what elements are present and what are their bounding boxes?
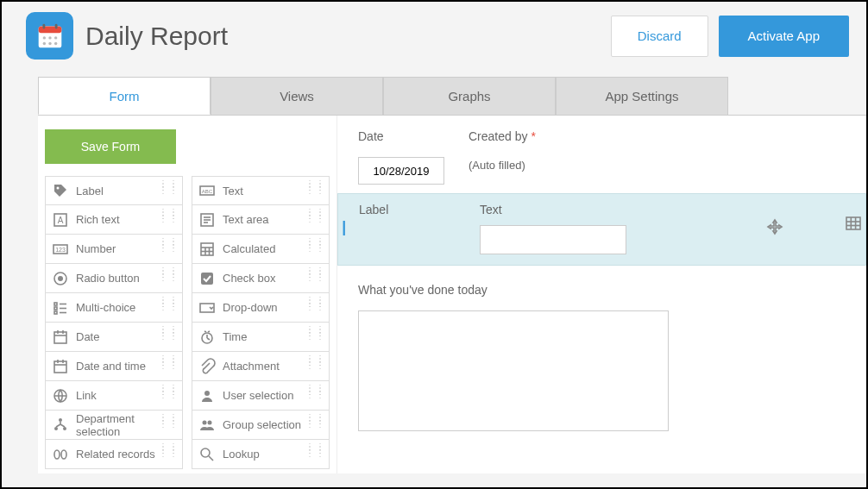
grip-icon: ⋮⋮⋮⋮⋮⋮	[305, 445, 326, 455]
link-icon	[51, 386, 70, 405]
field-multi-choice[interactable]: Multi-choice⋮⋮⋮⋮⋮⋮	[45, 293, 183, 323]
label-field-label: Label	[359, 203, 456, 216]
field-calculated[interactable]: Calculated⋮⋮⋮⋮⋮⋮	[192, 235, 330, 264]
field-label: Radio button	[76, 272, 140, 285]
date-icon	[51, 328, 70, 347]
grip-icon: ⋮⋮⋮⋮⋮⋮	[159, 328, 179, 338]
field-label: Related records	[76, 448, 155, 461]
field-label: Check box	[223, 272, 275, 285]
text-area-icon	[198, 210, 217, 229]
grip-icon: ⋮⋮⋮⋮⋮⋮	[159, 298, 179, 309]
auto-filled-text: (Auto filled)	[469, 159, 525, 172]
multi-choice-icon	[51, 298, 70, 317]
svg-point-53	[208, 420, 212, 424]
grip-icon: ⋮⋮⋮⋮⋮⋮	[159, 240, 179, 250]
field-label: Number	[76, 242, 116, 255]
grip-icon: ⋮⋮⋮⋮⋮⋮	[305, 357, 326, 367]
field-date-and-time[interactable]: Date and time⋮⋮⋮⋮⋮⋮	[45, 352, 183, 381]
rich-text-icon: A	[51, 210, 70, 229]
svg-rect-23	[54, 332, 66, 343]
user-selection-icon	[198, 386, 217, 405]
svg-rect-3	[54, 23, 57, 28]
field-time[interactable]: Time⋮⋮⋮⋮⋮⋮	[192, 323, 330, 352]
svg-point-51	[204, 391, 210, 396]
field-rich-text[interactable]: ARich text⋮⋮⋮⋮⋮⋮	[45, 205, 183, 235]
save-form-button[interactable]: Save Form	[45, 129, 176, 164]
field-radio-button[interactable]: Radio button⋮⋮⋮⋮⋮⋮	[45, 264, 183, 293]
svg-point-33	[54, 427, 58, 430]
svg-point-4	[42, 36, 45, 39]
field-number[interactable]: 123Number⋮⋮⋮⋮⋮⋮	[45, 235, 183, 264]
svg-point-6	[53, 36, 56, 39]
tab-form[interactable]: Form	[38, 77, 211, 115]
table-icon[interactable]	[845, 215, 862, 235]
field-label: Link	[76, 389, 97, 402]
grip-icon: ⋮⋮⋮⋮⋮⋮	[305, 328, 326, 338]
svg-point-10	[57, 187, 60, 190]
field-label: Date	[76, 330, 99, 343]
field-label: Time	[223, 330, 247, 343]
svg-rect-2	[42, 23, 45, 28]
field-drop-down[interactable]: Drop-down⋮⋮⋮⋮⋮⋮	[192, 293, 330, 323]
svg-point-5	[48, 36, 51, 39]
svg-rect-18	[54, 307, 57, 310]
svg-rect-56	[846, 217, 860, 229]
svg-text:123: 123	[55, 247, 66, 253]
svg-point-8	[48, 41, 51, 44]
grip-icon: ⋮⋮⋮⋮⋮⋮	[305, 182, 326, 192]
field-label: Group selection	[223, 418, 301, 431]
field-related-records[interactable]: Related records⋮⋮⋮⋮⋮⋮	[45, 440, 183, 469]
done-today-label: What you've done today	[358, 283, 866, 297]
done-today-textarea[interactable]	[358, 310, 669, 431]
field-label: Drop-down	[223, 301, 278, 314]
tab-app-settings[interactable]: App Settings	[556, 77, 728, 115]
calculated-icon	[198, 240, 217, 259]
field-date[interactable]: Date⋮⋮⋮⋮⋮⋮	[45, 323, 183, 352]
field-label: Calculated	[223, 242, 275, 255]
time-icon	[198, 328, 217, 347]
form-canvas[interactable]: Date Created by * (Auto filled) || Label…	[337, 116, 866, 473]
grip-icon: ⋮⋮⋮⋮⋮⋮	[305, 386, 326, 397]
discard-button[interactable]: Discard	[611, 16, 708, 57]
svg-point-9	[53, 41, 56, 44]
lookup-icon	[198, 445, 217, 464]
text-icon: ABC	[198, 181, 217, 200]
check-box-icon	[198, 269, 217, 288]
field-label: Rich text	[76, 213, 120, 226]
grip-icon: ⋮⋮⋮⋮⋮⋮	[305, 416, 326, 426]
grip-icon: ⋮⋮⋮⋮⋮⋮	[159, 416, 179, 426]
created-by-label: Created by *	[469, 129, 536, 143]
field-label: Date and time	[76, 360, 146, 373]
tab-graphs[interactable]: Graphs	[383, 77, 556, 115]
move-icon[interactable]	[766, 218, 783, 239]
svg-point-52	[203, 420, 207, 424]
drag-handle-icon[interactable]: ||	[342, 218, 343, 236]
svg-rect-43	[201, 243, 213, 255]
field-text[interactable]: ABCText⋮⋮⋮⋮⋮⋮	[192, 176, 330, 205]
field-department-selection[interactable]: Department selection⋮⋮⋮⋮⋮⋮	[45, 411, 183, 440]
activate-app-button[interactable]: Activate App	[719, 16, 849, 57]
svg-line-55	[209, 456, 213, 461]
text-input[interactable]	[480, 225, 626, 254]
svg-point-34	[63, 427, 66, 430]
field-group-selection[interactable]: Group selection⋮⋮⋮⋮⋮⋮	[192, 411, 330, 440]
field-label: Attachment	[223, 360, 280, 373]
field-label[interactable]: Label⋮⋮⋮⋮⋮⋮	[45, 176, 183, 205]
svg-point-16	[58, 276, 63, 281]
date-input[interactable]	[358, 157, 444, 185]
grip-icon: ⋮⋮⋮⋮⋮⋮	[305, 210, 326, 221]
tab-views[interactable]: Views	[211, 77, 383, 115]
selected-field-row[interactable]: || Label Text	[337, 193, 866, 266]
field-lookup[interactable]: Lookup⋮⋮⋮⋮⋮⋮	[192, 440, 330, 469]
field-user-selection[interactable]: User selection⋮⋮⋮⋮⋮⋮	[192, 381, 330, 411]
field-label: Multi-choice	[76, 301, 135, 314]
date-label: Date	[358, 129, 444, 143]
field-text-area[interactable]: Text area⋮⋮⋮⋮⋮⋮	[192, 205, 330, 235]
label-icon	[51, 181, 70, 200]
grip-icon: ⋮⋮⋮⋮⋮⋮	[159, 210, 179, 221]
svg-point-36	[61, 450, 66, 459]
grip-icon: ⋮⋮⋮⋮⋮⋮	[159, 269, 179, 279]
field-attachment[interactable]: Attachment⋮⋮⋮⋮⋮⋮	[192, 352, 330, 381]
field-link[interactable]: Link⋮⋮⋮⋮⋮⋮	[45, 381, 183, 411]
field-check-box[interactable]: Check box⋮⋮⋮⋮⋮⋮	[192, 264, 330, 293]
